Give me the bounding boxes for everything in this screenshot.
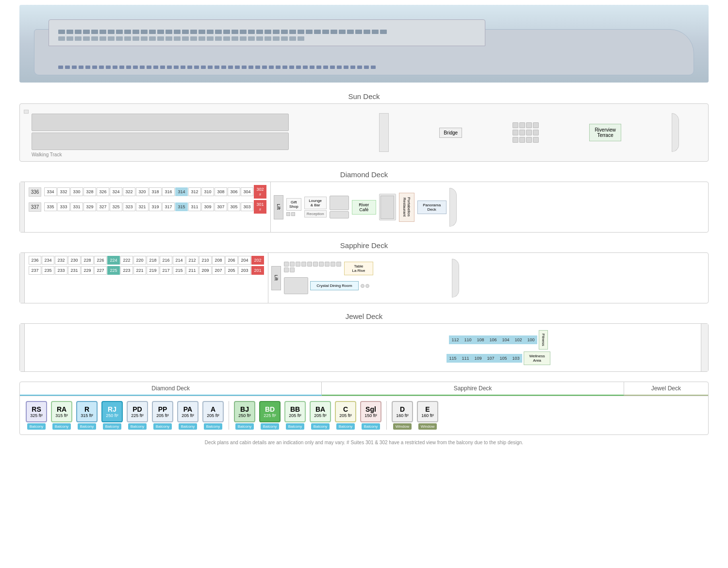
jewel-deck-section: Jewel Deck 112 110 108 106 104 102 100 F…: [19, 312, 709, 372]
sapphire-rooms: 236 234 232 230 228 226 224 222 220 218 …: [25, 253, 268, 303]
legend-a: A 205 ft² Balcony: [202, 401, 224, 430]
legend-sapphire-header: Sapphire Deck: [322, 382, 624, 396]
jewel-bottom-row: 115 111 109 107 105 103 Wellness Area: [447, 351, 550, 365]
diamond-services: Lift Gift Shop Lounge & Bar Reception: [270, 182, 523, 232]
jewel-top-row: 112 110 108 106 104 102 100 Fitness: [449, 330, 548, 350]
reception-label: Reception: [304, 210, 327, 217]
legend-pd: PD 225 ft² Balcony: [127, 401, 148, 430]
legend-diamond-header: Diamond Deck: [20, 382, 322, 396]
legend-rs: RS 325 ft² Balcony: [26, 401, 47, 430]
sapphire-odd-row: 237 235 233 231 229 227 225 223 221 219 …: [29, 266, 264, 275]
legend-jewel-header: Jewel Deck: [624, 382, 708, 396]
legend-pa: PA 205 ft² Balcony: [177, 401, 199, 430]
jewel-deck-title: Jewel Deck: [19, 312, 709, 320]
diamond-lift: Lift: [274, 195, 283, 219]
sapphire-deck-title: Sapphire Deck: [19, 241, 709, 250]
legend-d: D 160 ft² Window: [392, 401, 413, 430]
river-cafe: River Café: [352, 200, 376, 215]
lounge-bar: Lounge & Bar: [304, 197, 327, 209]
sapphire-lift: Lift: [271, 266, 281, 290]
sun-deck-left: Walking Track: [20, 104, 350, 161]
room-337: 337: [29, 202, 41, 212]
riverview-terrace-box: Riverview Terrace: [589, 124, 621, 141]
gift-shop: Gift Shop: [286, 198, 301, 211]
ship-image: [19, 5, 709, 83]
sun-deck-title: Sun Deck: [19, 92, 709, 100]
room-336: 336: [29, 187, 41, 197]
legend-header: Diamond Deck Sapphire Deck Jewel Deck: [20, 382, 708, 396]
legend-e: E 160 ft² Window: [417, 401, 438, 430]
legend-rj: RJ 250 ft² Balcony: [101, 401, 123, 430]
legend-pp: PP 205 ft² Balcony: [152, 401, 173, 430]
diamond-even-row: 336 334 332 330 328 326 324 322 320 318 …: [29, 185, 266, 199]
legend-sgl: Sgl 150 ft² Balcony: [360, 401, 381, 430]
walking-track-label: Walking Track: [32, 152, 346, 157]
panorama-deck: Panorama Deck: [417, 200, 447, 214]
legend-bj: BJ 250 ft² Balcony: [234, 401, 255, 430]
legend-items: RS 325 ft² Balcony RA 315 ft² Balcony R …: [20, 396, 708, 434]
diamond-deck-section: Diamond Deck 336 334 332 330 328 326 324…: [19, 170, 709, 233]
wellness-area: Wellness Area: [524, 351, 550, 365]
legend-bb: BB 205 ft² Balcony: [284, 401, 306, 430]
diamond-odd-row: 337 335 333 331 329 327 325 323 321 319 …: [29, 200, 266, 214]
legend-ba: BA 205 ft² Balcony: [310, 401, 331, 430]
sun-deck-section: Sun Deck Walking Track Bridge: [19, 92, 709, 162]
diamond-deck-title: Diamond Deck: [19, 170, 709, 179]
crystal-dining-room: Crystal Dining Room: [310, 281, 359, 290]
page-container: Sun Deck Walking Track Bridge: [0, 0, 728, 460]
portabellos-restaurant: Portabellos Restaurant: [399, 193, 414, 222]
sapphire-deck-plan: 236 234 232 230 228 226 224 222 220 218 …: [19, 252, 709, 303]
bridge-box: Bridge: [439, 128, 462, 138]
legend-section: Diamond Deck Sapphire Deck Jewel Deck RS…: [19, 382, 709, 435]
diamond-deck-plan: 336 334 332 330 328 326 324 322 320 318 …: [19, 182, 709, 233]
sapphire-deck-section: Sapphire Deck 236 234 232 230 228 226 22…: [19, 241, 709, 303]
sapphire-even-row: 236 234 232 230 228 226 224 222 220 218 …: [29, 256, 264, 265]
legend-bd: BD 225 ft² Balcony: [259, 401, 281, 430]
sun-deck-right: Bridge: [350, 104, 708, 161]
legend-c: C 205 ft² Balcony: [335, 401, 356, 430]
legend-ra: RA 315 ft² Balcony: [51, 401, 72, 430]
table-la-rive: Table La Rive: [344, 262, 373, 275]
diamond-rooms: 336 334 332 330 328 326 324 322 320 318 …: [25, 182, 270, 232]
jewel-deck-plan: 112 110 108 106 104 102 100 Fitness 115 …: [19, 323, 709, 372]
sun-deck-plan: Walking Track Bridge: [19, 103, 709, 162]
footnote: Deck plans and cabin details are an indi…: [19, 440, 709, 450]
sapphire-services: Lift: [268, 253, 462, 303]
fitness-label: Fitness: [539, 330, 548, 350]
legend-r: R 315 ft² Balcony: [76, 401, 98, 430]
